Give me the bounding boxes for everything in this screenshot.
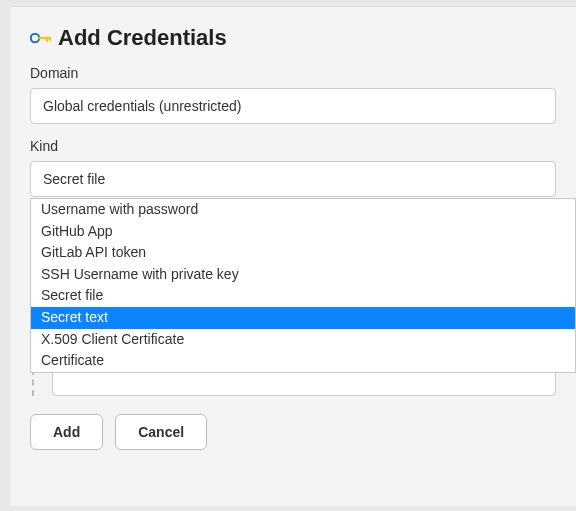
key-icon xyxy=(30,31,52,45)
kind-option-ssh-username-private-key[interactable]: SSH Username with private key xyxy=(31,264,575,286)
kind-option-gitlab-api-token[interactable]: GitLab API token xyxy=(31,242,575,264)
add-button[interactable]: Add xyxy=(30,414,103,450)
kind-dropdown: Username with password GitHub App GitLab… xyxy=(30,198,576,373)
kind-option-secret-text[interactable]: Secret text xyxy=(31,307,575,329)
domain-label: Domain xyxy=(30,65,556,81)
cancel-button[interactable]: Cancel xyxy=(115,414,207,450)
kind-option-x509-client-certificate[interactable]: X.509 Client Certificate xyxy=(31,329,575,351)
kind-option-username-password[interactable]: Username with password xyxy=(31,199,575,221)
domain-field-group: Domain xyxy=(30,65,556,124)
kind-select[interactable]: Secret file xyxy=(30,161,556,197)
button-row: Add Cancel xyxy=(30,414,556,450)
domain-input[interactable] xyxy=(30,88,556,124)
kind-option-secret-file[interactable]: Secret file xyxy=(31,285,575,307)
svg-rect-3 xyxy=(49,37,51,41)
add-credentials-panel: Add Credentials Domain Kind Secret file … xyxy=(10,6,576,506)
kind-label: Kind xyxy=(30,138,556,154)
svg-point-0 xyxy=(31,34,39,42)
svg-rect-2 xyxy=(46,37,48,42)
kind-option-certificate[interactable]: Certificate xyxy=(31,350,575,372)
kind-field-group: Kind Secret file Username with password … xyxy=(30,138,556,197)
kind-option-github-app[interactable]: GitHub App xyxy=(31,221,575,243)
page-title: Add Credentials xyxy=(58,25,227,51)
page-header: Add Credentials xyxy=(30,25,556,51)
